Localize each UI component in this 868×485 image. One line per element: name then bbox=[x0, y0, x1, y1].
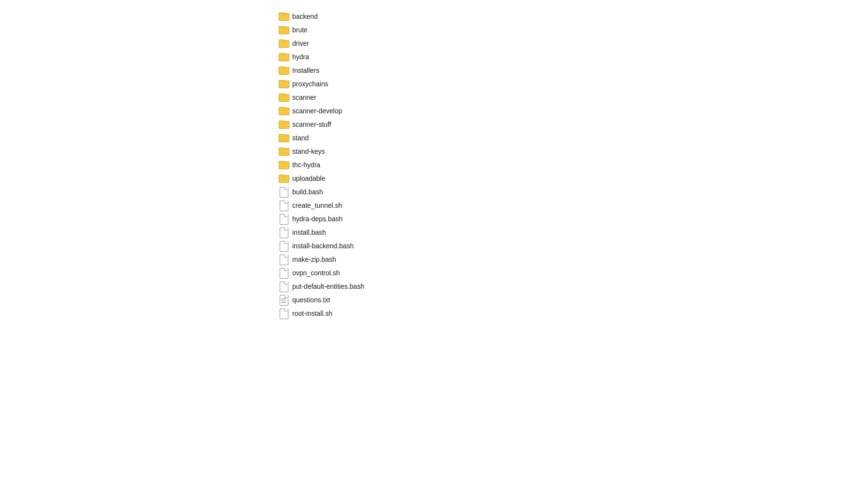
file-name-label: stand bbox=[292, 134, 309, 142]
folder-icon bbox=[279, 106, 288, 116]
folder-icon bbox=[279, 79, 288, 89]
list-item[interactable]: install.bash bbox=[275, 226, 868, 239]
file-name-label: proxychains bbox=[292, 80, 328, 88]
file-icon bbox=[279, 228, 288, 237]
folder-icon bbox=[279, 39, 288, 48]
file-name-label: Installers bbox=[292, 67, 319, 74]
file-name-label: stand-keys bbox=[292, 148, 325, 155]
file-name-label: make-zip.bash bbox=[292, 256, 336, 263]
file-list: backendbrutedriverhydraInstallersproxych… bbox=[0, 0, 868, 330]
folder-icon bbox=[279, 133, 288, 143]
file-icon bbox=[279, 268, 288, 278]
file-name-label: backend bbox=[292, 13, 318, 20]
list-item[interactable]: scanner-stuff bbox=[275, 118, 868, 131]
file-name-label: ovpn_control.sh bbox=[292, 269, 340, 277]
txt-file-icon bbox=[279, 295, 288, 305]
file-name-label: hydra bbox=[292, 53, 309, 61]
list-item[interactable]: uploadable bbox=[275, 172, 868, 185]
file-name-label: scanner bbox=[292, 94, 316, 101]
list-item[interactable]: scanner bbox=[275, 91, 868, 104]
folder-icon bbox=[279, 93, 288, 102]
file-icon bbox=[279, 255, 288, 264]
list-item[interactable]: put-default-entities.bash bbox=[275, 280, 868, 293]
file-name-label: thc-hydra bbox=[292, 161, 320, 169]
file-name-label: scanner-stuff bbox=[292, 121, 331, 128]
file-name-label: root-install.sh bbox=[292, 310, 332, 317]
list-item[interactable]: ovpn_control.sh bbox=[275, 266, 868, 280]
list-item[interactable]: stand bbox=[275, 131, 868, 145]
folder-icon bbox=[279, 174, 288, 183]
list-item[interactable]: driver bbox=[275, 37, 868, 50]
list-item[interactable]: thc-hydra bbox=[275, 158, 868, 172]
file-name-label: hydra-deps.bash bbox=[292, 215, 342, 223]
file-name-label: create_tunnel.sh bbox=[292, 202, 342, 209]
file-icon bbox=[279, 241, 288, 251]
list-item[interactable]: install-backend.bash bbox=[275, 239, 868, 253]
file-name-label: install.bash bbox=[292, 229, 326, 236]
list-item[interactable]: Installers bbox=[275, 64, 868, 77]
list-item[interactable]: stand-keys bbox=[275, 145, 868, 158]
list-item[interactable]: questions.txt bbox=[275, 293, 868, 307]
list-item[interactable]: proxychains bbox=[275, 77, 868, 91]
file-name-label: uploadable bbox=[292, 175, 326, 182]
folder-icon bbox=[279, 12, 288, 21]
file-name-label: brute bbox=[292, 26, 308, 34]
file-icon bbox=[279, 214, 288, 224]
list-item[interactable]: hydra-deps.bash bbox=[275, 212, 868, 226]
list-item[interactable]: create_tunnel.sh bbox=[275, 199, 868, 212]
folder-icon bbox=[279, 120, 288, 129]
list-item[interactable]: root-install.sh bbox=[275, 307, 868, 320]
file-icon bbox=[279, 309, 288, 318]
list-item[interactable]: build.bash bbox=[275, 185, 868, 199]
list-item[interactable]: hydra bbox=[275, 50, 868, 64]
list-item[interactable]: brute bbox=[275, 23, 868, 37]
folder-icon bbox=[279, 66, 288, 75]
file-name-label: build.bash bbox=[292, 188, 323, 196]
list-item[interactable]: backend bbox=[275, 10, 868, 23]
file-icon bbox=[279, 282, 288, 291]
folder-icon bbox=[279, 147, 288, 156]
file-name-label: scanner-develop bbox=[292, 107, 342, 115]
folder-icon bbox=[279, 160, 288, 170]
list-item[interactable]: scanner-develop bbox=[275, 104, 868, 118]
file-name-label: driver bbox=[292, 40, 309, 47]
file-icon bbox=[279, 187, 288, 197]
folder-icon bbox=[279, 52, 288, 62]
folder-icon bbox=[279, 25, 288, 35]
file-name-label: install-backend.bash bbox=[292, 242, 354, 250]
file-name-label: put-default-entities.bash bbox=[292, 283, 364, 290]
file-name-label: questions.txt bbox=[292, 296, 330, 304]
list-item[interactable]: make-zip.bash bbox=[275, 253, 868, 266]
file-icon bbox=[279, 201, 288, 210]
